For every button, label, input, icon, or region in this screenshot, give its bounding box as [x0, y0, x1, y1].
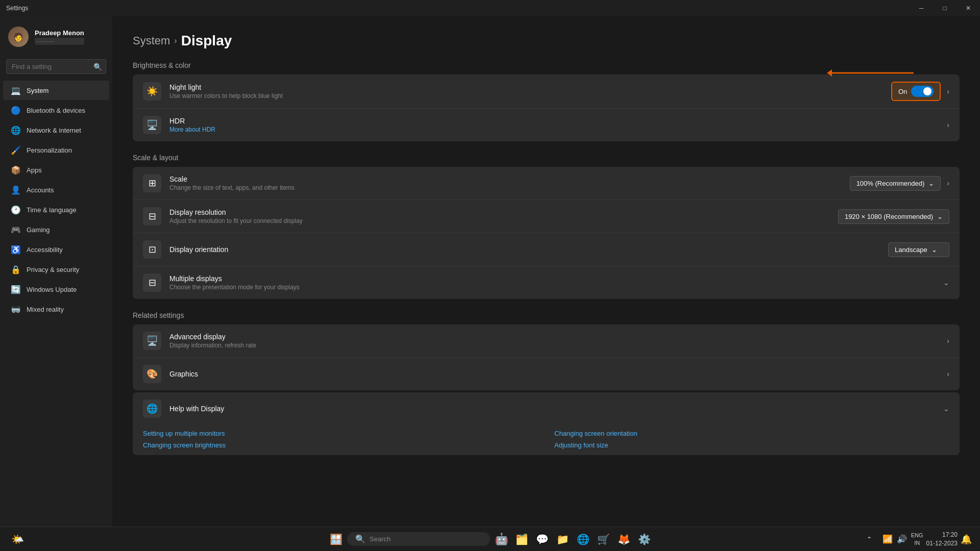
section-title-brightness-color: Brightness & color: [133, 61, 960, 69]
clock-time: 17:20: [942, 531, 958, 538]
locale: ENGIN: [911, 532, 923, 546]
help-link-screen-orientation[interactable]: Changing screen orientation: [554, 430, 949, 437]
sidebar-item-mixed-reality[interactable]: 🥽 Mixed reality: [3, 299, 109, 319]
toggle-night-light[interactable]: [911, 86, 934, 97]
dropdown-arrow-display-orientation: ⌄: [932, 246, 937, 254]
sidebar-item-accessibility[interactable]: ♿ Accessibility: [3, 240, 109, 259]
help-link-font-size[interactable]: Adjusting font size: [554, 441, 949, 449]
toggle-container-night-light[interactable]: On: [891, 82, 941, 101]
sidebar-item-apps[interactable]: 📦 Apps: [3, 160, 109, 180]
taskbar-explorer-icon[interactable]: 📁: [553, 530, 572, 548]
settings-row-night-light[interactable]: ☀️ Night light Use warmer colors to help…: [133, 74, 960, 109]
nav-icon-system: 💻: [11, 86, 20, 95]
chevron-icon-hdr: ›: [947, 121, 949, 129]
settings-row-hdr[interactable]: 🖥️ HDR More about HDR ›: [133, 109, 960, 141]
sidebar-item-accounts[interactable]: 👤 Accounts: [3, 180, 109, 199]
minimize-button[interactable]: ─: [910, 0, 933, 16]
sidebar-item-personalization[interactable]: 🖌️ Personalization: [3, 140, 109, 160]
taskbar-task-view-icon[interactable]: 🗂️: [512, 530, 531, 548]
nav-label-privacy: Privacy & security: [27, 266, 79, 273]
row-text-display-resolution: Display resolution Adjust the resolution…: [169, 208, 838, 224]
nav-icon-network: 🌐: [11, 126, 20, 135]
row-icon-help-with-display: 🌐: [143, 399, 161, 418]
sidebar-item-network[interactable]: 🌐 Network & internet: [3, 120, 109, 140]
chevron-icon-graphics: ›: [947, 370, 949, 378]
nav-icon-bluetooth: 🔵: [11, 106, 20, 115]
sys-tray[interactable]: ENGIN 17:20 01-12-2023 🔔: [911, 531, 972, 548]
settings-row-multiple-displays[interactable]: ⊟ Multiple displays Choose the presentat…: [133, 266, 960, 299]
sidebar-item-system[interactable]: 💻 System: [3, 81, 109, 100]
row-icon-scale: ⊞: [143, 174, 161, 192]
nav-label-time: Time & language: [27, 206, 77, 214]
taskbar-search-icon: 🔍: [355, 534, 365, 544]
taskbar-weather-icon[interactable]: 🌤️: [8, 530, 27, 548]
row-sublabel-advanced-display: Display information, refresh rate: [169, 342, 945, 349]
row-control-display-orientation: Landscape ⌄: [888, 242, 949, 257]
settings-row-graphics[interactable]: 🎨 Graphics ›: [133, 358, 960, 390]
taskbar-firefox-icon[interactable]: 🦊: [615, 530, 633, 548]
taskbar-volume-icon[interactable]: 🔊: [897, 534, 907, 544]
nav-icon-time: 🕐: [11, 205, 20, 214]
close-button[interactable]: ✕: [957, 0, 980, 16]
row-label-multiple-displays: Multiple displays: [169, 274, 941, 283]
settings-row-help-with-display[interactable]: 🌐 Help with Display ⌄: [133, 392, 960, 425]
nav-label-gaming: Gaming: [27, 226, 50, 234]
nav-label-personalization: Personalization: [27, 146, 72, 154]
help-link-setup-monitors[interactable]: Setting up multiple monitors: [143, 430, 538, 437]
taskbar-start-icon[interactable]: 🪟: [327, 530, 345, 548]
help-link-screen-brightness[interactable]: Changing screen brightness: [143, 441, 538, 449]
settings-row-display-orientation[interactable]: ⊡ Display orientation Landscape ⌄: [133, 233, 960, 266]
row-text-display-orientation: Display orientation: [169, 245, 888, 254]
settings-row-scale[interactable]: ⊞ Scale Change the size of text, apps, a…: [133, 167, 960, 200]
user-profile[interactable]: 🧑 Pradeep Menon ···········: [0, 20, 112, 53]
taskbar-search-bar[interactable]: 🔍 Search: [347, 532, 490, 546]
nav-label-accounts: Accounts: [27, 186, 54, 194]
taskbar-wifi-icon[interactable]: 📶: [883, 534, 893, 544]
avatar: 🧑: [8, 27, 29, 47]
taskbar-edge-icon[interactable]: 🌐: [574, 530, 592, 548]
sidebar-item-windows-update[interactable]: 🔄 Windows Update: [3, 280, 109, 299]
sidebar-item-bluetooth[interactable]: 🔵 Bluetooth & devices: [3, 101, 109, 120]
settings-card-brightness-color: ☀️ Night light Use warmer colors to help…: [133, 74, 960, 141]
maximize-button[interactable]: □: [933, 0, 957, 16]
nav-icon-privacy: 🔒: [11, 265, 20, 274]
sidebar-item-privacy[interactable]: 🔒 Privacy & security: [3, 260, 109, 279]
taskbar-copilot-icon[interactable]: 🤖: [492, 530, 510, 548]
dropdown-display-resolution[interactable]: 980 × 551 (Recommended) ⌄: [838, 209, 949, 224]
row-sublabel-hdr: More about HDR: [169, 126, 945, 133]
dropdown-value-display-resolution: 980 × 551 (Recommended): [845, 213, 933, 220]
section-title-scale-layout: Scale & layout: [133, 154, 960, 162]
row-text-help-with-display: Help with Display: [169, 405, 941, 413]
sidebar-item-time[interactable]: 🕐 Time & language: [3, 200, 109, 219]
row-text-hdr: HDR More about HDR: [169, 117, 945, 133]
taskbar-store-icon[interactable]: 🛒: [594, 530, 612, 548]
dropdown-display-orientation[interactable]: Landscape ⌄: [888, 242, 949, 257]
settings-card-help-display: 🌐 Help with Display ⌄ Setting up multipl…: [133, 392, 960, 455]
row-icon-night-light: ☀️: [143, 82, 161, 101]
row-sublabel-multiple-displays: Choose the presentation mode for your di…: [169, 284, 941, 291]
breadcrumb-parent[interactable]: System: [133, 34, 170, 47]
search-box[interactable]: 🔍: [6, 59, 106, 74]
settings-row-display-resolution[interactable]: ⊟ Display resolution Adjust the resoluti…: [133, 200, 960, 233]
taskbar-notification-icon[interactable]: 🔔: [961, 534, 972, 545]
row-text-advanced-display: Advanced display Display information, re…: [169, 333, 945, 349]
taskbar-chevron-icon[interactable]: ⌃: [860, 530, 878, 548]
dropdown-value-scale: 100% (Recommended): [856, 180, 925, 187]
taskbar-settings-icon[interactable]: ⚙️: [635, 530, 653, 548]
chevron-icon-scale: ›: [947, 179, 949, 187]
titlebar-controls: ─ □ ✕: [910, 0, 980, 16]
taskbar-teams-icon[interactable]: 💬: [533, 530, 551, 548]
settings-card-scale-layout: ⊞ Scale Change the size of text, apps, a…: [133, 167, 960, 299]
row-text-night-light: Night light Use warmer colors to help bl…: [169, 83, 891, 99]
search-input[interactable]: [6, 59, 106, 74]
dropdown-scale[interactable]: 100% (Recommended) ⌄: [850, 176, 941, 191]
nav-icon-mixed-reality: 🥽: [11, 305, 20, 314]
nav-icon-gaming: 🎮: [11, 225, 20, 234]
taskbar-search-text: Search: [370, 535, 390, 543]
section-title-related-settings: Related settings: [133, 311, 960, 319]
nav-label-apps: Apps: [27, 166, 42, 174]
settings-row-advanced-display[interactable]: 🖥️ Advanced display Display information,…: [133, 324, 960, 358]
clock[interactable]: 17:20 01-12-2023: [926, 531, 958, 548]
breadcrumb-current: Display: [181, 33, 232, 49]
sidebar-item-gaming[interactable]: 🎮 Gaming: [3, 220, 109, 239]
